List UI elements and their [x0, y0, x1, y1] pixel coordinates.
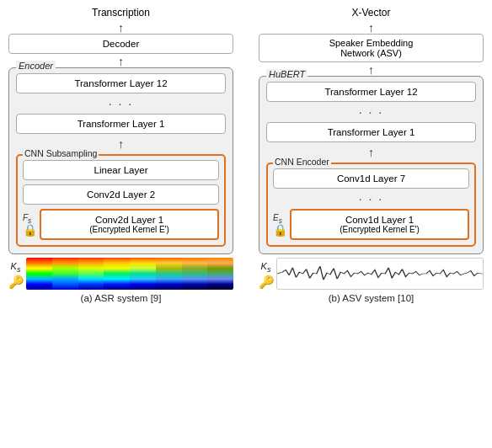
left-dots-1: · · · [16, 98, 226, 109]
right-key-icon: 🔑 [259, 275, 275, 290]
left-fs-label: Fs 🔒 [23, 213, 37, 237]
right-conv1d-1: Conv1d Layer 1 (Encrypted Kernel E') [290, 209, 469, 240]
right-conv1d-7: Conv1d Layer 7 [273, 168, 469, 189]
left-top: Transcription ↑ Decoder ↑ [8, 7, 233, 67]
right-bottom-row: Es 🔒 Conv1d Layer 1 (Encrypted Kernel E'… [273, 209, 469, 240]
right-title: X-Vector [351, 7, 390, 19]
right-transformer-12: Transformer Layer 12 [266, 82, 476, 102]
left-bottom-area: Ks 🔑 [8, 258, 233, 290]
right-hubert-box: HuBERT Transformer Layer 12 · · · Transf… [259, 76, 484, 254]
right-ks-label: Ks [261, 261, 271, 274]
right-es-label: Es 🔒 [273, 213, 287, 237]
left-encoder-box: Encoder Transformer Layer 12 · · · Trans… [8, 67, 233, 254]
right-emb-line1: Speaker Embedding [329, 38, 414, 48]
left-conv2d-2: Conv2d Layer 2 [23, 184, 219, 205]
right-bottom-area: Ks 🔑 [259, 258, 484, 290]
left-conv2d-1: Conv2d Layer 1 (Encrypted Kernel E') [40, 209, 219, 240]
right-ks-wrap: Ks 🔑 [259, 259, 275, 290]
col-gap [238, 7, 254, 445]
left-cnn-subsampling: CNN Subsampling Linear Layer Conv2d Laye… [16, 154, 226, 247]
left-caption: (a) ASR system [9] [81, 293, 162, 305]
left-ks-label: Ks [11, 261, 21, 274]
left-decoder-label: Decoder [103, 39, 139, 49]
left-ks-wrap: Ks 🔑 [8, 259, 24, 290]
left-spectrogram [26, 258, 233, 290]
right-emb-box: Speaker Embedding Network (ASV) [259, 34, 484, 62]
right-arrow-enc: ↑ [368, 64, 374, 76]
left-linear-layer: Linear Layer [23, 160, 219, 180]
left-transformer-12: Transformer Layer 12 [16, 73, 226, 93]
right-top: X-Vector ↑ Speaker Embedding Network (AS… [259, 7, 484, 76]
left-bottom-row: Fs 🔒 Conv2d Layer 1 (Encrypted Kernel E'… [23, 209, 219, 240]
right-dots-1: · · · [266, 106, 476, 118]
right-cnn-label: CNN Encoder [273, 157, 331, 167]
right-caption: (b) ASV system [10] [329, 293, 414, 305]
right-waveform [276, 258, 484, 290]
left-title: Transcription [92, 7, 150, 19]
left-transformer-1: Transformer Layer 1 [16, 114, 226, 134]
right-dots-2: · · · [273, 193, 469, 205]
right-cnn-encoder: CNN Encoder Conv1d Layer 7 · · · Es 🔒 C [266, 163, 476, 247]
left-diagram: Transcription ↑ Decoder ↑ Encoder Transf… [8, 7, 233, 445]
left-arrow-enc: ↑ [118, 56, 124, 67]
left-decoder-box: Decoder [8, 34, 233, 54]
right-arrow-top: ↑ [368, 22, 374, 34]
right-emb-line2: Network (ASV) [340, 48, 402, 58]
left-cnn-label: CNN Subsampling [23, 148, 99, 158]
right-transformer-1: Transformer Layer 1 [266, 122, 476, 142]
right-diagram: X-Vector ↑ Speaker Embedding Network (AS… [259, 7, 484, 445]
left-key-icon: 🔑 [8, 275, 24, 290]
left-encoder-label: Encoder [16, 61, 56, 71]
left-arrow-top: ↑ [118, 22, 124, 34]
right-hubert-label: HuBERT [266, 69, 308, 79]
main-container: Transcription ↑ Decoder ↑ Encoder Transf… [0, 0, 492, 448]
